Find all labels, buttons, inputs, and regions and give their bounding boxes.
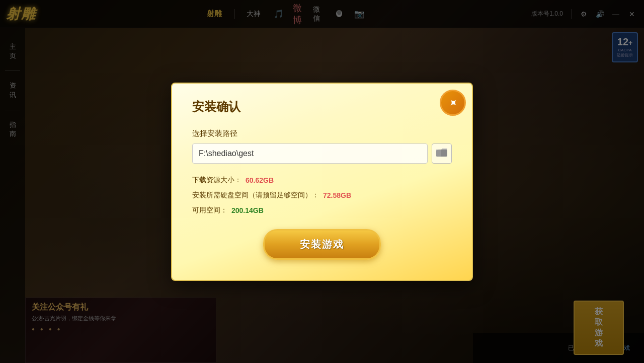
folder-icon — [436, 148, 447, 159]
install-button[interactable]: 安装游戏 — [263, 229, 381, 260]
download-size-label: 下载资源大小： — [192, 176, 242, 185]
svg-rect-3 — [436, 150, 441, 157]
disk-size-label: 安装所需硬盘空间（请预留足够空间）： — [192, 191, 319, 200]
path-input[interactable] — [192, 143, 428, 164]
disk-size-row: 安装所需硬盘空间（请预留足够空间）： 72.58GB — [192, 191, 452, 200]
free-space-value: 200.14GB — [231, 206, 264, 214]
path-row — [192, 143, 452, 164]
free-space-label: 可用空间： — [192, 206, 227, 215]
dialog-decoration — [401, 84, 442, 124]
free-space-row: 可用空间： 200.14GB — [192, 206, 452, 215]
dialog-close-button[interactable]: ✦ — [440, 90, 466, 116]
folder-browse-button[interactable] — [432, 143, 452, 164]
modal-overlay: 安装确认 ✦ 选择安装路径 下载资源大小： 60.62GB — [0, 0, 644, 363]
download-size-row: 下载资源大小： 60.62GB — [192, 176, 452, 185]
close-flower-icon: ✦ — [445, 95, 460, 110]
path-label: 选择安装路径 — [192, 129, 452, 138]
disk-size-value: 72.58GB — [323, 191, 351, 199]
download-size-value: 60.62GB — [246, 176, 274, 184]
install-dialog: 安装确认 ✦ 选择安装路径 下载资源大小： 60.62GB — [171, 83, 473, 281]
